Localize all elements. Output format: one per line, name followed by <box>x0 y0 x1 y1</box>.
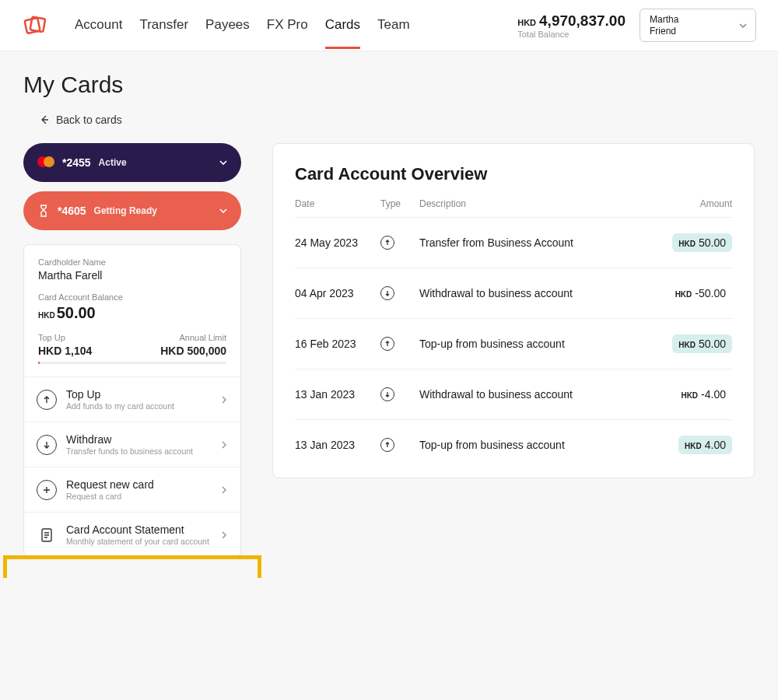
topup-value: HKD 1,104 <box>38 345 92 357</box>
chevron-down-icon <box>218 205 229 216</box>
card-last4: *2455 <box>62 156 91 169</box>
txn-date: 13 Jan 2023 <box>295 388 380 401</box>
action-sub: Transfer funds to business account <box>66 446 211 456</box>
txn-description: Withdrawal to business account <box>419 287 647 299</box>
nav-item-payees[interactable]: Payees <box>205 2 250 49</box>
card-selector-4605[interactable]: *4605Getting Ready <box>23 191 241 230</box>
txn-type <box>380 387 419 401</box>
transaction-row: 04 Apr 2023Withdrawal to business accoun… <box>295 268 732 318</box>
txn-type <box>380 438 419 452</box>
chevron-right-icon <box>220 485 228 495</box>
cardholder-name: Martha Farell <box>38 269 226 282</box>
user-dropdown[interactable]: Martha Friend <box>640 9 756 42</box>
col-header-amount: Amount <box>647 198 732 209</box>
panel-title: Card Account Overview <box>295 164 732 184</box>
nav-item-transfer[interactable]: Transfer <box>139 2 188 49</box>
card-account-overview-panel: Card Account Overview Date Type Descript… <box>272 143 755 478</box>
nav-item-team[interactable]: Team <box>377 2 410 49</box>
card-balance-value: 50.00 <box>57 304 96 322</box>
limit-progress-bar <box>38 362 226 364</box>
cardholder-name-label: Cardholder Name <box>38 257 226 267</box>
card-balance-ccy: HKD <box>38 311 55 320</box>
txn-date: 16 Feb 2023 <box>295 338 380 350</box>
user-role: Friend <box>650 26 729 37</box>
total-balance: HKD 4,970,837.00 Total Balance <box>517 12 626 39</box>
action-title: Top Up <box>66 388 211 401</box>
txn-description: Top-up from business account <box>419 338 647 350</box>
mastercard-icon <box>37 156 54 169</box>
arrow-up-icon <box>380 438 394 452</box>
col-header-date: Date <box>295 198 380 209</box>
annual-limit-value: HKD 500,000 <box>160 345 226 357</box>
txn-description: Top-up from business account <box>419 439 647 451</box>
statement-icon <box>37 527 57 544</box>
txn-amount: HKD50.00 <box>647 233 732 252</box>
arrow-down-icon <box>380 387 394 401</box>
action-top-up[interactable]: Top Up Add funds to my card account <box>24 376 240 422</box>
transaction-row: 13 Jan 2023Withdrawal to business accoun… <box>295 369 732 419</box>
col-header-type: Type <box>380 198 419 209</box>
txn-date: 24 May 2023 <box>295 236 380 249</box>
card-balance-label: Card Account Balance <box>38 292 226 302</box>
txn-description: Withdrawal to business account <box>419 388 647 401</box>
txn-amount: HKD-4.00 <box>647 385 732 404</box>
arrow-down-icon <box>380 286 394 300</box>
card-last4: *4605 <box>58 205 86 217</box>
arrow-up-icon <box>380 337 394 351</box>
action-sub: Add funds to my card account <box>66 401 211 411</box>
main-nav: AccountTransferPayeesFX ProCardsTeam <box>75 2 517 49</box>
brand-logo <box>22 12 48 39</box>
action-sub: Request a card <box>66 492 211 501</box>
balance-label: Total Balance <box>517 30 626 39</box>
txn-amount: HKD4.00 <box>647 436 732 454</box>
nav-item-account[interactable]: Account <box>75 2 122 49</box>
arrow-down-icon <box>37 435 57 455</box>
action-title: Request new card <box>66 478 211 491</box>
txn-type <box>380 286 419 300</box>
table-header: Date Type Description Amount <box>295 198 732 217</box>
action-withdraw[interactable]: Withdraw Transfer funds to business acco… <box>24 422 240 467</box>
action-title: Card Account Statement <box>66 523 211 536</box>
balance-currency: HKD <box>517 18 536 27</box>
action-card-statement[interactable]: Card Account Statement Monthly statement… <box>24 512 240 557</box>
nav-item-cards[interactable]: Cards <box>325 2 360 49</box>
back-label: Back to cards <box>56 114 122 126</box>
action-title: Withdraw <box>66 433 211 446</box>
txn-date: 13 Jan 2023 <box>295 439 380 451</box>
cardholder-info-card: Cardholder Name Martha Farell Card Accou… <box>23 244 241 558</box>
left-column: *2455Active*4605Getting Ready Cardholder… <box>23 143 241 558</box>
action-sub: Monthly statement of your card account <box>66 537 211 546</box>
txn-amount: HKD50.00 <box>647 334 732 353</box>
card-selector-2455[interactable]: *2455Active <box>23 143 241 182</box>
action-request-card[interactable]: Request new card Request a card <box>24 467 240 512</box>
card-status: Active <box>99 157 127 168</box>
arrow-left-icon <box>39 114 50 125</box>
chevron-right-icon <box>220 440 228 450</box>
chevron-down-icon <box>738 21 748 30</box>
arrow-up-icon <box>380 236 394 250</box>
topup-label: Top Up <box>38 333 92 342</box>
user-name: Martha <box>650 14 729 25</box>
txn-type <box>380 337 419 351</box>
txn-date: 04 Apr 2023 <box>295 287 380 299</box>
highlight-annotation <box>3 555 261 578</box>
card-status: Getting Ready <box>94 205 157 216</box>
plus-icon <box>37 480 57 500</box>
annual-limit-label: Annual Limit <box>160 333 226 342</box>
top-header: AccountTransferPayeesFX ProCardsTeam HKD… <box>0 0 778 51</box>
balance-amount: 4,970,837.00 <box>539 12 626 30</box>
back-to-cards-link[interactable]: Back to cards <box>39 114 122 126</box>
txn-type <box>380 236 419 250</box>
txn-amount: HKD-50.00 <box>647 284 732 303</box>
transaction-row: 24 May 2023Transfer from Business Accoun… <box>295 217 732 268</box>
transaction-row: 16 Feb 2023Top-up from business accountH… <box>295 318 732 369</box>
nav-item-fx-pro[interactable]: FX Pro <box>267 2 308 49</box>
chevron-right-icon <box>220 395 228 404</box>
chevron-right-icon <box>220 530 228 540</box>
txn-description: Transfer from Business Account <box>419 236 647 249</box>
col-header-desc: Description <box>419 198 647 209</box>
transaction-row: 13 Jan 2023Top-up from business accountH… <box>295 419 732 470</box>
hourglass-icon <box>37 204 50 218</box>
page-title: My Cards <box>23 72 755 98</box>
chevron-down-icon <box>218 157 229 168</box>
